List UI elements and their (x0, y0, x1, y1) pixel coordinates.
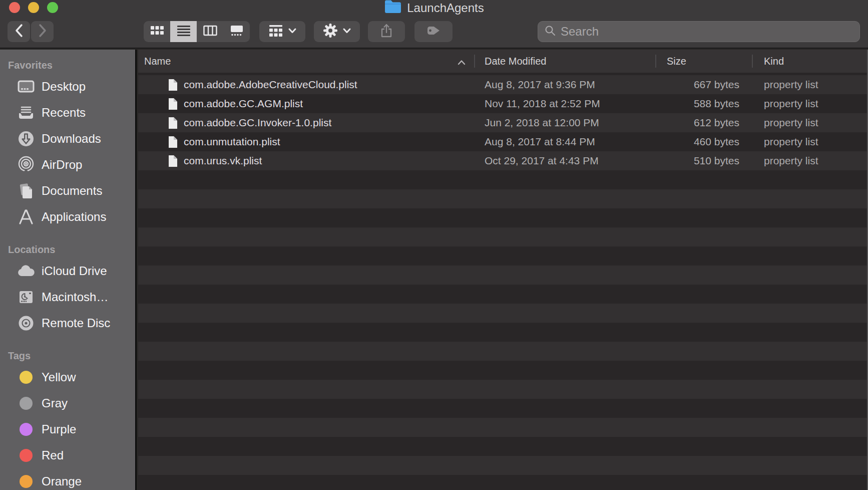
empty-row-stripe (138, 361, 868, 380)
file-name: com.unmutation.plist (184, 132, 280, 151)
column-header-size[interactable]: Size (667, 50, 686, 73)
sidebar-section-locations: LocationsiCloud DriveMacintosh…Remote Di… (0, 241, 135, 336)
sidebar-item-label: AirDrop (42, 158, 82, 172)
gallery-view-button[interactable] (223, 21, 250, 42)
sidebar-item-downloads[interactable]: Downloads (0, 126, 135, 152)
icon-view-button[interactable] (144, 21, 170, 42)
sort-ascending-icon (457, 57, 466, 69)
empty-row-stripe (138, 304, 868, 323)
table-row[interactable]: com.adobe.GC.AGM.plistNov 11, 2018 at 2:… (138, 94, 868, 113)
search-input[interactable] (561, 25, 853, 39)
action-menu-button[interactable] (314, 21, 360, 42)
sidebar-item-icloud-drive[interactable]: iCloud Drive (0, 258, 135, 284)
table-row[interactable]: com.adobe.AdobeCreativeCloud.plistAug 8,… (138, 75, 868, 94)
sidebar-item-label: Documents (42, 184, 102, 198)
group-icon (268, 24, 284, 40)
toolbar: LaunchAgents (0, 0, 868, 49)
icon-view-icon (150, 24, 165, 39)
sidebar-item-yellow[interactable]: Yellow (0, 364, 135, 390)
airdrop-icon (17, 155, 36, 174)
column-divider[interactable] (474, 55, 475, 68)
sidebar-item-orange[interactable]: Orange (0, 468, 135, 490)
file-kind: property list (764, 132, 818, 151)
column-header-kind[interactable]: Kind (764, 50, 784, 73)
table-row[interactable]: com.urus.vk.plistOct 29, 2017 at 4:43 PM… (138, 151, 868, 170)
desktop-icon (17, 77, 36, 96)
sidebar-item-macintosh[interactable]: Macintosh… (0, 284, 135, 310)
file-date-modified: Aug 8, 2017 at 8:44 PM (485, 132, 595, 151)
file-list: Name Date Modified Size Kind com.adobe.A… (138, 50, 868, 490)
sidebar-item-recents[interactable]: Recents (0, 100, 135, 126)
column-header-date-modified[interactable]: Date Modified (485, 50, 546, 73)
list-view-icon (176, 24, 191, 39)
file-name: com.urus.vk.plist (184, 151, 262, 170)
sidebar-item-gray[interactable]: Gray (0, 390, 135, 416)
column-view-icon (203, 24, 218, 39)
sidebar-item-remote-disc[interactable]: Remote Disc (0, 310, 135, 336)
sidebar-section-title: Locations (0, 241, 135, 258)
sidebar-item-applications[interactable]: Applications (0, 204, 135, 230)
sidebar-item-label: Yellow (42, 370, 76, 384)
icloud-icon (17, 262, 36, 281)
tag-color-dot (17, 446, 36, 465)
empty-row-stripe (138, 418, 868, 437)
remote-disc-icon (17, 314, 36, 333)
file-date-modified: Jun 2, 2018 at 12:00 PM (485, 113, 599, 132)
file-date-modified: Nov 11, 2018 at 2:52 PM (485, 94, 600, 113)
empty-row-stripe (138, 266, 868, 285)
search-field[interactable] (538, 21, 860, 42)
file-size: 510 bytes (649, 151, 739, 170)
gear-icon (322, 23, 338, 41)
table-row[interactable]: com.adobe.GC.Invoker-1.0.plistJun 2, 201… (138, 113, 868, 132)
share-button[interactable] (368, 21, 405, 42)
sidebar-item-label: Downloads (42, 132, 101, 146)
file-name: com.adobe.AdobeCreativeCloud.plist (184, 75, 357, 94)
sidebar-item-red[interactable]: Red (0, 442, 135, 468)
sidebar-item-purple[interactable]: Purple (0, 416, 135, 442)
documents-icon (17, 181, 36, 200)
tag-color-dot (17, 368, 36, 387)
tag-color-dot (17, 394, 36, 413)
file-size: 460 bytes (649, 132, 739, 151)
forward-button[interactable] (31, 21, 54, 42)
column-divider[interactable] (752, 55, 753, 68)
file-date-modified: Aug 8, 2017 at 9:36 PM (485, 75, 595, 94)
empty-row-stripe (138, 342, 868, 361)
sidebar-item-label: iCloud Drive (42, 264, 107, 278)
list-body: com.adobe.AdobeCreativeCloud.plistAug 8,… (138, 73, 868, 490)
sidebar-item-label: Purple (42, 422, 76, 436)
column-view-button[interactable] (197, 21, 223, 42)
sidebar-section-tags: TagsYellowGrayPurpleRedOrange (0, 347, 135, 490)
empty-row-stripe (138, 475, 868, 490)
file-kind: property list (764, 94, 818, 113)
list-view-button[interactable] (170, 21, 197, 42)
chevron-down-icon (342, 27, 351, 36)
chevron-right-icon (38, 24, 48, 40)
column-header-name[interactable]: Name (144, 50, 171, 73)
sidebar-item-desktop[interactable]: Desktop (0, 74, 135, 100)
empty-row-stripe (138, 208, 868, 227)
list-header: Name Date Modified Size Kind (138, 50, 868, 73)
view-switcher (144, 21, 250, 42)
empty-row-stripe (138, 399, 868, 418)
sidebar-item-documents[interactable]: Documents (0, 178, 135, 204)
folder-icon (384, 0, 402, 17)
group-button[interactable] (259, 21, 305, 42)
column-divider[interactable] (655, 55, 656, 68)
sidebar-item-label: Gray (42, 396, 68, 410)
empty-row-stripe (138, 380, 868, 399)
empty-row-stripe (138, 170, 868, 189)
recents-icon (17, 103, 36, 122)
empty-row-stripe (138, 227, 868, 247)
window-title-text: LaunchAgents (407, 1, 484, 15)
sidebar-item-airdrop[interactable]: AirDrop (0, 152, 135, 178)
back-button[interactable] (8, 21, 30, 42)
tag-button[interactable] (414, 21, 453, 42)
file-kind: property list (764, 151, 818, 170)
file-date-modified: Oct 29, 2017 at 4:43 PM (485, 151, 599, 170)
sidebar-item-label: Remote Disc (42, 316, 110, 330)
window-title: LaunchAgents (0, 1, 868, 15)
document-file-icon (168, 78, 178, 91)
empty-row-stripe (138, 247, 868, 266)
table-row[interactable]: com.unmutation.plistAug 8, 2017 at 8:44 … (138, 132, 868, 151)
